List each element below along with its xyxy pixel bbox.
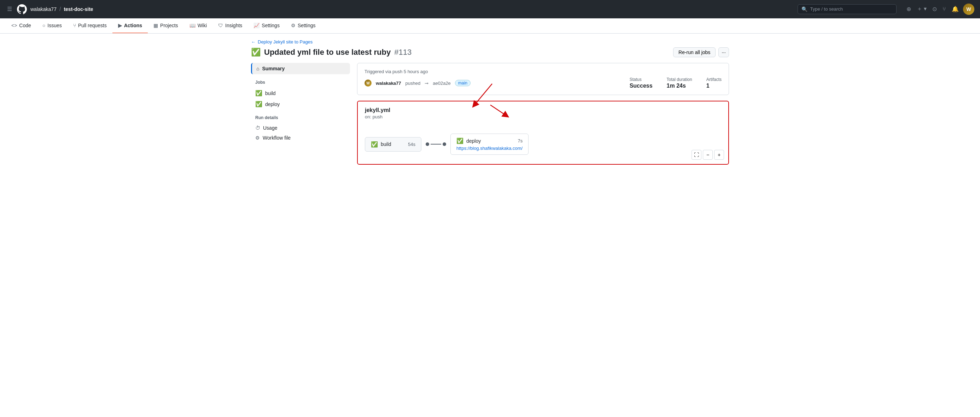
commit-arrow-icon: ⊸	[425, 81, 428, 86]
trigger-text: Triggered via push 5 hours ago	[364, 69, 722, 74]
rerun-all-jobs-button[interactable]: Re-run all jobs	[673, 48, 716, 57]
nav-insights[interactable]: 📈 Settings	[248, 18, 285, 33]
insights-icon: 📈	[253, 22, 259, 28]
sidebar-deploy-label: deploy	[265, 101, 280, 107]
build-job-name: build	[381, 141, 391, 147]
deploy-job-top: ✅ deploy 7s	[457, 138, 522, 144]
nav-pullrequests[interactable]: ⑂ Pull requests	[67, 18, 113, 33]
sidebar: ⌂ Summary Jobs ✅ build ✅ deploy Run deta…	[251, 63, 350, 170]
build-status-icon: ✅	[255, 90, 262, 97]
sidebar-item-usage[interactable]: ⏱ Usage	[251, 123, 350, 133]
nav-projects[interactable]: ▦ Projects	[148, 18, 184, 33]
status-label: Status	[630, 77, 652, 82]
search-placeholder: Type / to search	[810, 6, 843, 12]
connector-dot-right	[442, 143, 446, 146]
zoom-plus-button[interactable]: +	[714, 150, 724, 160]
info-card-meta: Status Success Total duration 1m 24s Art…	[630, 77, 722, 89]
nav-code[interactable]: <> Code	[6, 18, 37, 33]
pr-icon: ⑂	[73, 22, 76, 28]
nav-settings-label: Settings	[298, 22, 316, 28]
org-link[interactable]: walakaka77	[30, 6, 57, 12]
search-box[interactable]: 🔍 Type / to search	[797, 4, 897, 14]
duration-label: Total duration	[667, 77, 692, 82]
top-nav-left: ☰ walakaka77 / test-doc-site	[6, 3, 93, 15]
page-title: ✅ Updated yml file to use latest ruby #1…	[251, 48, 412, 57]
top-navigation: ☰ walakaka77 / test-doc-site 🔍 Type / to…	[0, 0, 980, 18]
wiki-icon: 📖	[189, 22, 196, 28]
info-card-row: W walakaka77 pushed ⊸ ae02a2e main Statu…	[364, 77, 722, 89]
pusher-name: walakaka77	[376, 81, 401, 86]
build-job-icon: ✅	[371, 141, 378, 148]
workflow-filename: jekyll.yml	[365, 107, 721, 113]
top-nav-actions: ⊕ ＋ ▾ ⊙ ⑂ 🔔 W	[905, 3, 974, 15]
duration-value: 1m 24s	[667, 83, 692, 89]
branch-badge: main	[455, 80, 471, 86]
issues-button[interactable]: ⊙	[931, 4, 938, 14]
sidebar-summary-label: Summary	[262, 66, 285, 71]
nav-wiki-label: Wiki	[197, 22, 207, 28]
copilot-button[interactable]: ⊕	[905, 4, 913, 14]
connector-line	[431, 144, 441, 144]
deploy-job-duration: 7s	[517, 138, 522, 143]
workflow-job-build[interactable]: ✅ build 54s	[365, 137, 422, 152]
workflow-job-deploy[interactable]: ✅ deploy 7s https://blog.shafikwalakaka.…	[450, 133, 528, 155]
repo-navigation: <> Code ○ Issues ⑂ Pull requests ▶ Actio…	[0, 18, 980, 33]
sidebar-item-deploy[interactable]: ✅ deploy	[251, 98, 350, 109]
run-number: #113	[394, 48, 412, 57]
issues-icon: ○	[43, 22, 45, 28]
main-area: Triggered via push 5 hours ago W walakak…	[357, 63, 729, 170]
security-icon: 🛡	[218, 22, 223, 28]
nav-insights-label: Settings	[262, 22, 280, 28]
code-icon: <>	[11, 22, 17, 28]
workflow-file-icon: ⚙	[255, 135, 260, 141]
nav-code-label: Code	[19, 22, 31, 28]
new-button[interactable]: ＋ ▾	[915, 4, 928, 14]
sidebar-build-label: build	[265, 90, 276, 96]
deploy-job-icon: ✅	[457, 138, 463, 144]
repo-link[interactable]: test-doc-site	[64, 6, 93, 12]
nav-settings[interactable]: ⚙ Settings	[285, 18, 321, 33]
more-options-button[interactable]: ···	[718, 48, 729, 57]
sidebar-item-build[interactable]: ✅ build	[251, 88, 350, 98]
user-avatar[interactable]: W	[963, 3, 974, 15]
nav-security[interactable]: 🛡 Insights	[213, 18, 248, 33]
deploy-url-link[interactable]: https://blog.shafikwalakaka.com/	[457, 146, 522, 151]
sidebar-item-workflow-file[interactable]: ⚙ Workflow file	[251, 133, 350, 143]
nav-wiki[interactable]: 📖 Wiki	[184, 18, 213, 33]
nav-separator: /	[59, 6, 61, 13]
main-container: ← Deploy Jekyll site to Pages ✅ Updated …	[242, 33, 738, 176]
commit-hash: ae02a2e	[433, 81, 451, 86]
zoom-minus-button[interactable]: −	[703, 150, 713, 160]
run-details-section-label: Run details	[251, 114, 350, 122]
back-arrow-icon: ←	[251, 39, 256, 44]
run-status-icon: ✅	[251, 48, 261, 57]
workflow-jobs: ✅ build 54s ✅ deploy	[365, 130, 721, 158]
pushed-label: pushed	[406, 81, 421, 86]
sidebar-usage-label: Usage	[263, 125, 277, 131]
hamburger-menu[interactable]: ☰	[6, 4, 13, 14]
status-value: Success	[630, 83, 652, 89]
breadcrumb-text: Deploy Jekyll site to Pages	[258, 39, 312, 44]
page-title-actions: Re-run all jobs ···	[673, 48, 729, 57]
pr-button[interactable]: ⑂	[941, 5, 948, 14]
nav-actions[interactable]: ▶ Actions	[113, 18, 148, 33]
sidebar-item-summary[interactable]: ⌂ Summary	[251, 63, 350, 74]
body-layout: ⌂ Summary Jobs ✅ build ✅ deploy Run deta…	[251, 63, 729, 170]
notifications-button[interactable]: 🔔	[950, 4, 960, 14]
projects-icon: ▦	[153, 22, 158, 28]
user-avatar-small: W	[364, 79, 372, 87]
breadcrumb[interactable]: ← Deploy Jekyll site to Pages	[251, 39, 729, 44]
workflow-diagram-card: jekyll.yml on: push ✅ build 54s	[357, 101, 729, 165]
nav-issues[interactable]: ○ Issues	[37, 18, 67, 33]
deploy-job-name: deploy	[466, 138, 481, 144]
zoom-controls: ⛶ − +	[692, 150, 724, 160]
page-title-row: ✅ Updated yml file to use latest ruby #1…	[251, 48, 729, 57]
build-job-duration: 54s	[408, 142, 415, 147]
duration-meta: Total duration 1m 24s	[667, 77, 692, 89]
jobs-connector	[426, 143, 446, 146]
artifacts-value: 1	[706, 83, 722, 89]
actions-icon: ▶	[118, 22, 122, 28]
zoom-fullscreen-button[interactable]: ⛶	[692, 150, 702, 160]
summary-icon: ⌂	[256, 66, 259, 71]
nav-projects-label: Projects	[160, 22, 178, 28]
